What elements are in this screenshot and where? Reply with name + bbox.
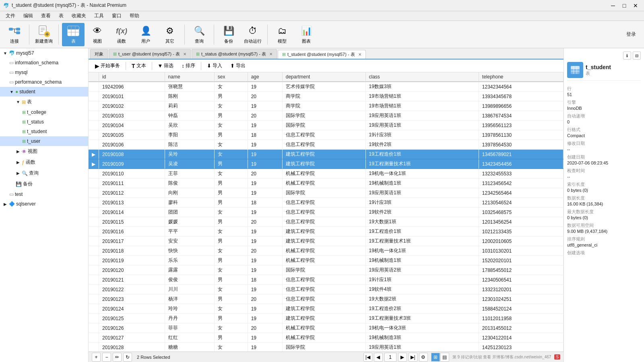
autorun-button[interactable]: ⏱ 自动运行 <box>242 23 264 46</box>
table-row[interactable]: 20190102莉莉女19商学院19市场营销1班13989896656 <box>89 101 564 111</box>
text-button[interactable]: T 文本 <box>128 61 149 70</box>
expand-panel-button[interactable]: ⊟ <box>633 51 641 60</box>
sidebar-item-information-schema[interactable]: ▭ information_schema <box>0 58 88 68</box>
table-row[interactable]: 20190114团团女19信息工程学院19软件2班10325468575 <box>89 208 564 217</box>
connect-button[interactable]: 连接 <box>3 23 26 46</box>
col-header-sex[interactable]: sex <box>214 72 248 82</box>
table-row[interactable]: 20190128糖糖女19国际学院19应用英语1班14251230123 <box>89 343 564 352</box>
backup-button[interactable]: 💾 备份 <box>217 23 240 46</box>
col-header-id[interactable]: id <box>99 72 165 82</box>
chart-button[interactable]: 📊 图表 <box>295 23 318 46</box>
sidebar-item-mysql[interactable]: ▭ mysql <box>0 68 88 77</box>
expand-student[interactable]: ▼ <box>9 89 14 94</box>
table-row[interactable]: 20190126菲菲女20机械工程学院19机电一体化3班20131455012 <box>89 323 564 333</box>
filter-button[interactable]: ▼ 筛选 <box>155 61 177 70</box>
login-button[interactable]: 登录 <box>621 29 641 39</box>
menubar-item-收藏夹[interactable]: 收藏夹 <box>68 12 90 20</box>
tab-objects[interactable]: 对象 <box>90 49 108 59</box>
table-row[interactable]: 20190115媛媛男20信息工程学院19大数据1班12013456254 <box>89 217 564 227</box>
menubar-item-表[interactable]: 表 <box>55 12 68 20</box>
sidebar-item-test[interactable]: ▭ test <box>0 189 88 199</box>
form-view-button[interactable]: ▤ <box>440 353 449 362</box>
sidebar-item-student[interactable]: ▼ ● student <box>0 87 88 97</box>
table-row[interactable]: 20190110王菲女20机械工程学院19机电一体化1班13232455533 <box>89 169 564 179</box>
delete-row-button[interactable]: − <box>102 353 111 362</box>
table-row[interactable]: 20190120露露女19国际学院19应用英语2班17885455012 <box>89 265 564 275</box>
table-row[interactable]: 20190124玲玲女19建筑工程学院19工程造价2班15884520124 <box>89 304 564 314</box>
sidebar-item-t-status[interactable]: ⊞ t_status <box>0 117 88 127</box>
expand-mysql57[interactable]: ▼ <box>3 51 8 56</box>
expand-views[interactable]: ▶ <box>16 149 21 154</box>
next-page-button[interactable]: ▶ <box>398 353 407 362</box>
tab-tuser[interactable]: ⊞ t_user @student (mysql57) - 表 ✕ <box>109 49 191 59</box>
menubar-item-文件[interactable]: 文件 <box>2 12 19 20</box>
table-row[interactable]: 20190127红红男19机械工程学院19机械制造3班12304122014 <box>89 333 564 343</box>
table-row[interactable]: 20190112向刚男19国际学院19应用英语1班12342565464 <box>89 188 564 198</box>
edit-row-button[interactable]: ✏ <box>113 353 122 362</box>
tab-tuser-close[interactable]: ✕ <box>183 52 186 56</box>
close-button[interactable]: ✕ <box>630 2 641 10</box>
info-panel-button[interactable]: ℹ <box>623 51 631 60</box>
user-button[interactable]: 👤 用户 <box>134 23 157 46</box>
newquery-button[interactable]: 新建查询 <box>33 23 55 46</box>
menubar-item-工具[interactable]: 工具 <box>90 12 108 20</box>
menubar-item-窗口[interactable]: 窗口 <box>108 12 126 20</box>
prev-page-button[interactable]: ◀ <box>374 353 383 362</box>
page-number-input[interactable] <box>384 353 396 362</box>
sidebar-item-performance-schema[interactable]: ▭ performance_schema <box>0 77 88 87</box>
table-row[interactable]: ▶20190108吴玲女19建筑工程学院19工程造价1班13456789021 <box>89 150 564 159</box>
tab-tstudent-close[interactable]: ✕ <box>358 52 361 57</box>
table-row[interactable]: 20190125丹丹男19建筑工程学院19工程测量技术3班11012011958 <box>89 314 564 323</box>
refresh-button[interactable]: ↻ <box>123 353 132 362</box>
menubar-item-帮助[interactable]: 帮助 <box>126 12 143 20</box>
sidebar-item-tables-folder[interactable]: ▼ ⊞ 表 <box>0 97 88 107</box>
col-header-department[interactable]: department <box>282 72 365 82</box>
sidebar-item-views-folder[interactable]: ▶ 👁 视图 <box>0 146 88 157</box>
add-row-button[interactable]: + <box>92 353 101 362</box>
sidebar-item-queries-folder[interactable]: ▶ 🔍 查询 <box>0 168 88 179</box>
table-button[interactable]: 表 <box>62 23 85 46</box>
settings-page-button[interactable]: ⚙ <box>419 353 428 362</box>
other-button[interactable]: ⚙ 其它 <box>159 23 181 46</box>
expand-functions[interactable]: ▶ <box>16 160 21 165</box>
sidebar-item-sqlserver[interactable]: ▶ 🔷 sqlserver <box>0 199 88 209</box>
table-row[interactable]: 20190122川川女19信息工程学院19软件4班13323120201 <box>89 285 564 294</box>
table-row[interactable]: 20190103钟磊男20国际学院19应用英语1班13867674534 <box>89 111 564 121</box>
col-header-class[interactable]: class <box>365 72 479 82</box>
function-button[interactable]: f(x) 函数 <box>110 23 133 46</box>
table-row[interactable]: 20190111陈俊男19机械工程学院19机械制造1班13123456542 <box>89 179 564 188</box>
expand-sqlserver[interactable]: ▶ <box>3 202 8 206</box>
table-row[interactable]: 20190121俊俊男18信息工程学院19计应1班12340506541 <box>89 275 564 285</box>
first-page-button[interactable]: |◀ <box>363 353 372 362</box>
table-row[interactable]: ▶20190109吴凌男19建筑工程学院19工程测量技术1班1342345445… <box>89 159 564 169</box>
table-row[interactable]: 20190116平平女19建筑工程学院19工程造价1班10212133435 <box>89 227 564 237</box>
col-header-name[interactable]: name <box>165 72 214 82</box>
sort-button[interactable]: ↕ 排序 <box>178 61 198 70</box>
sidebar-item-backup-folder[interactable]: 💾 备份 <box>0 179 88 189</box>
table-row[interactable]: 20190104吴欣女19国际学院19应用英语1班13956561123 <box>89 121 564 130</box>
start-trans-button[interactable]: ▶ 开始事务 <box>92 61 123 70</box>
col-header-age[interactable]: age <box>248 72 282 82</box>
tab-tstatus-close[interactable]: ✕ <box>269 52 272 56</box>
sidebar-item-mysql57[interactable]: ▼ 🐬 mysql57 <box>0 48 88 58</box>
table-row[interactable]: 20190123杨洋男20信息工程学院19大数据2班12301024251 <box>89 294 564 304</box>
maximize-button[interactable]: □ <box>619 2 630 10</box>
table-row[interactable]: 19242096张晓慧女19艺术传媒学院19数媒3班12342344564 <box>89 82 564 92</box>
query-button[interactable]: 🔍 查询 <box>188 23 211 46</box>
expand-tables[interactable]: ▼ <box>16 100 21 105</box>
grid-view-button[interactable]: ⊞ <box>431 353 440 362</box>
last-page-button[interactable]: ▶| <box>409 353 417 362</box>
tab-tstatus[interactable]: ⊞ t_status @student (mysql57) - 表 ✕ <box>192 49 277 59</box>
table-row[interactable]: 20190113廖科男18信息工程学院19计应3班12130546524 <box>89 198 564 208</box>
menubar-item-查看[interactable]: 查看 <box>37 12 55 20</box>
sidebar-item-t-student[interactable]: ⊞ t_student <box>0 127 88 136</box>
table-row[interactable]: 20190106陈洁女19信息工程学院19软件2班13978564530 <box>89 140 564 150</box>
view-button[interactable]: 👁 视图 <box>86 23 109 46</box>
tab-tstudent[interactable]: ⊞ t_student @student (mysql57) - 表 ✕ <box>278 50 366 60</box>
sidebar-item-t-user[interactable]: ⊞ t_user <box>0 136 88 146</box>
export-button[interactable]: ⬆ 导出 <box>227 61 249 70</box>
table-row[interactable]: 20190117安安男19建筑工程学院19工程测量技术1班12002010605 <box>89 237 564 246</box>
table-row[interactable]: 20190118快快女20机械工程学院19机电一体化1班10310130201 <box>89 246 564 256</box>
table-row[interactable]: 20190119乐乐男19机械工程学院19机械制造1班15202020101 <box>89 256 564 265</box>
sidebar-item-functions-folder[interactable]: ▶ ƒ 函数 <box>0 157 88 168</box>
